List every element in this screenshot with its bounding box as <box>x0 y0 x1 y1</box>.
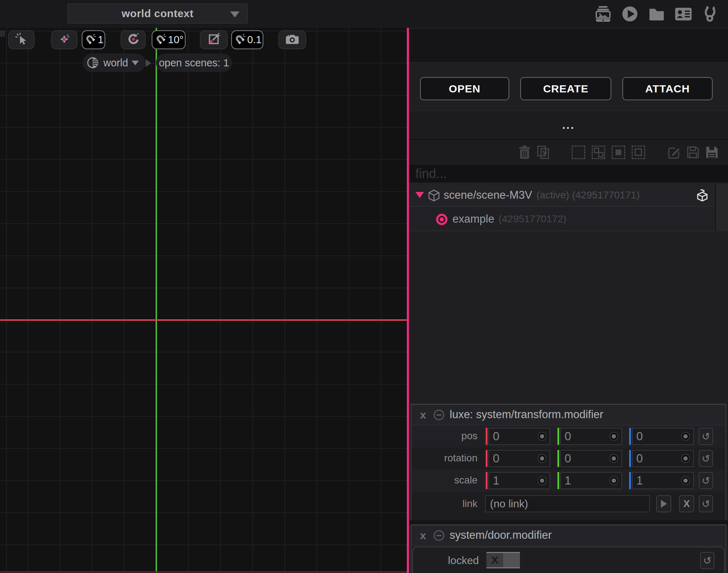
find-input[interactable] <box>409 165 728 183</box>
reset-icon[interactable]: ↺ <box>699 450 713 467</box>
open-button[interactable]: OPEN <box>420 77 509 100</box>
close-icon[interactable]: x <box>420 409 426 421</box>
scale-x-field[interactable]: 1 <box>489 472 550 489</box>
drag-knob[interactable] <box>681 476 690 485</box>
locked-row: locked X ↺ <box>413 547 724 573</box>
tree-row-scene[interactable]: scene/scene-M3V (active) (42951770171) <box>409 184 728 207</box>
collapse-icon[interactable] <box>434 530 444 541</box>
reset-icon[interactable]: ↺ <box>699 495 713 512</box>
chevron-down-icon <box>132 61 139 65</box>
rotation-x-field[interactable]: 0 <box>489 450 550 467</box>
delete-icon[interactable] <box>517 145 532 160</box>
reset-icon[interactable]: ↺ <box>700 552 714 569</box>
selection-empty-icon[interactable] <box>571 145 586 160</box>
checkbox-track <box>503 553 520 567</box>
magnet-icon <box>233 33 246 47</box>
pos-x-value: 0 <box>489 430 499 443</box>
rotate-snap-toggle[interactable]: 10° <box>152 30 186 49</box>
id-card-icon[interactable] <box>674 5 692 23</box>
context-dropdown[interactable]: world context <box>67 4 248 24</box>
z-axis-bar <box>629 472 631 489</box>
play-icon[interactable] <box>621 5 639 23</box>
scale-x-value: 1 <box>489 474 499 487</box>
duplicate-icon[interactable] <box>536 145 551 160</box>
move-snap-toggle[interactable]: 1 <box>82 30 105 49</box>
reset-icon[interactable]: ↺ <box>699 428 713 445</box>
attach-button[interactable]: ATTACH <box>622 77 713 100</box>
play-icon <box>661 500 667 508</box>
edit-icon[interactable] <box>667 145 682 160</box>
selection-group-icon[interactable] <box>631 145 646 160</box>
scene-import-icon[interactable] <box>696 189 709 202</box>
clear-x-icon: X <box>683 498 690 509</box>
scale-row: scale 1 1 1 ↺ <box>411 470 726 492</box>
scale-snap-toggle[interactable]: 0.1 <box>231 30 263 49</box>
selection-fill-icon[interactable] <box>611 145 626 160</box>
drag-knob[interactable] <box>537 454 547 463</box>
open-scenes-chip[interactable]: open scenes: 1 <box>156 54 232 72</box>
drag-knob[interactable] <box>681 454 690 463</box>
magnet-icon <box>84 33 96 47</box>
drag-knob[interactable] <box>609 476 618 485</box>
locked-checkbox[interactable]: X <box>486 552 520 568</box>
inspector-panel: OPEN CREATE ATTACH ... <box>409 28 728 573</box>
collapse-icon[interactable] <box>434 410 444 420</box>
header-icon-bar <box>594 5 719 23</box>
scale-label: scale <box>411 475 477 486</box>
pos-x-field[interactable]: 0 <box>489 428 550 445</box>
link-input[interactable]: (no link) <box>485 495 650 512</box>
chevron-down-icon <box>230 11 239 17</box>
select-tool-button[interactable] <box>8 30 35 49</box>
world-breadcrumb-chip[interactable]: world <box>83 54 145 72</box>
entity-meta: (42951770172) <box>499 213 566 225</box>
pos-y-field[interactable]: 0 <box>560 428 622 445</box>
link-label: link <box>411 498 477 509</box>
tree-scrollbar[interactable] <box>715 184 728 231</box>
move-tool-button[interactable] <box>51 30 77 49</box>
scene-stack-icon[interactable] <box>594 5 612 23</box>
y-axis-bar <box>557 450 559 467</box>
axis-x-red-line <box>0 319 407 321</box>
magnet-icon <box>154 33 167 47</box>
more-indicator[interactable]: ... <box>409 111 728 139</box>
create-button[interactable]: CREATE <box>520 77 611 100</box>
axis-y-green-line <box>156 28 157 573</box>
rotation-z-field[interactable]: 0 <box>632 450 694 467</box>
z-axis-bar <box>629 428 631 445</box>
drag-knob[interactable] <box>681 432 690 441</box>
rotation-y-field[interactable]: 0 <box>560 450 622 467</box>
drag-knob[interactable] <box>609 454 618 463</box>
reset-icon[interactable]: ↺ <box>699 472 713 489</box>
drag-knob[interactable] <box>609 432 618 441</box>
scale-y-value: 1 <box>561 474 571 487</box>
cursor-icon <box>15 33 28 47</box>
scale-z-value: 1 <box>633 474 643 487</box>
drag-knob[interactable] <box>537 432 547 441</box>
y-axis-bar <box>557 428 559 445</box>
selection-combine-icon[interactable] <box>591 145 606 160</box>
rotate-tool-button[interactable] <box>121 30 146 49</box>
save-all-icon[interactable] <box>704 145 719 160</box>
scale-z-field[interactable]: 1 <box>632 472 694 489</box>
scene-viewport[interactable]: 1 10° 0.1 <box>0 28 407 573</box>
link-go-button[interactable] <box>656 495 671 512</box>
world-breadcrumb-label: world <box>103 57 128 69</box>
move-snap-value: 1 <box>98 34 103 46</box>
scale-y-field[interactable]: 1 <box>560 472 622 489</box>
scale-icon <box>207 33 220 47</box>
pos-z-field[interactable]: 0 <box>632 428 694 445</box>
camera-icon <box>285 34 299 46</box>
folder-icon[interactable] <box>648 5 666 23</box>
y-axis-bar <box>557 472 559 489</box>
scale-tool-button[interactable] <box>200 30 228 49</box>
close-icon[interactable]: x <box>420 529 426 542</box>
drag-knob[interactable] <box>537 476 547 485</box>
tree-row-example[interactable]: example (42951770172) <box>409 208 728 231</box>
link-clear-button[interactable]: X <box>679 495 694 512</box>
save-icon[interactable] <box>686 145 701 160</box>
transform-modifier-header: x luxe: system/transform.modifier <box>411 405 726 425</box>
expand-caret-icon[interactable] <box>415 192 424 198</box>
fork-branch-icon[interactable] <box>701 5 719 23</box>
camera-tool-button[interactable] <box>278 30 306 49</box>
checkbox-x-glyph: X <box>486 553 503 567</box>
